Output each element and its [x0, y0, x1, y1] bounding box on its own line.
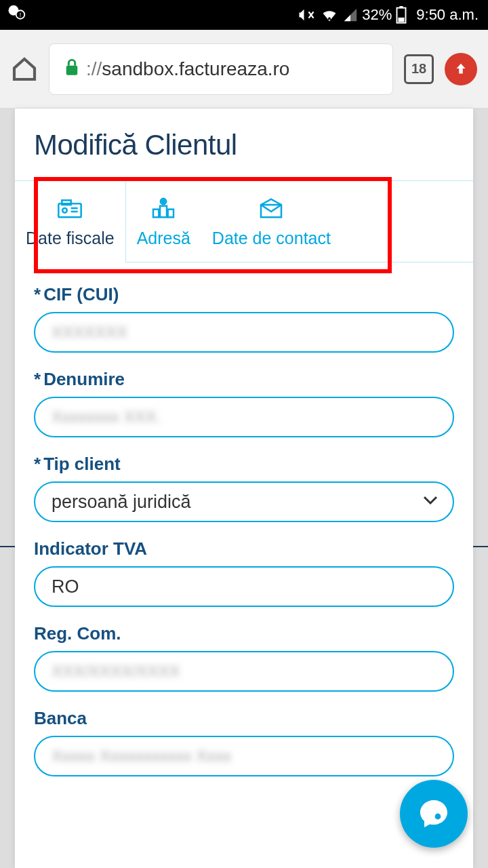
- tip-select[interactable]: persoană juridică: [34, 481, 454, 522]
- update-button[interactable]: [445, 53, 477, 85]
- denumire-input[interactable]: Xxxxxxxx XXX.: [34, 397, 454, 437]
- cif-label: *CIF (CUI): [34, 284, 454, 305]
- svg-rect-12: [153, 210, 159, 218]
- banca-input[interactable]: Xxxxx Xxxxxxxxxxx Xxxx: [34, 736, 454, 776]
- fiscal-form: *CIF (CUI) XXXXXXX *Denumire Xxxxxxxx XX…: [34, 262, 454, 776]
- chevron-down-icon: [423, 496, 438, 508]
- svg-rect-13: [160, 206, 167, 218]
- regcom-input[interactable]: XXX/XXXX/XXXX: [34, 651, 454, 692]
- svg-rect-5: [399, 18, 405, 22]
- tab-label: Adresă: [137, 229, 190, 248]
- battery-icon: [396, 6, 407, 24]
- field-cif: *CIF (CUI) XXXXXXX: [34, 284, 454, 353]
- svg-text:!: !: [20, 12, 21, 18]
- denumire-label: *Denumire: [34, 369, 454, 390]
- field-denumire: *Denumire Xxxxxxxx XXX.: [34, 369, 454, 437]
- vibrate-mute-icon: [297, 5, 316, 24]
- envelope-icon: [212, 193, 331, 223]
- form-card: Modifică Clientul Date fiscale Adresă Da: [15, 108, 473, 868]
- svg-point-16: [163, 200, 165, 202]
- tab-label: Date fiscale: [26, 229, 115, 248]
- tva-label: Indicator TVA: [34, 538, 454, 559]
- svg-point-18: [435, 814, 441, 820]
- tva-input[interactable]: RO: [34, 566, 454, 607]
- status-left: !: [7, 3, 27, 27]
- tab-date-fiscale[interactable]: Date fiscale: [15, 181, 126, 262]
- field-reg-com: Reg. Com. XXX/XXXX/XXXX: [34, 623, 454, 692]
- battery-pct: 32%: [362, 6, 392, 24]
- signal-icon: [343, 7, 358, 22]
- android-status-bar: ! 32% 9:50 a.m.: [0, 0, 488, 30]
- url-bar[interactable]: ://sandbox.factureaza.ro: [49, 43, 393, 95]
- svg-rect-6: [66, 65, 78, 75]
- cif-input[interactable]: XXXXXXX: [34, 312, 454, 353]
- wifi-icon: [320, 5, 339, 24]
- wechat-icon: !: [7, 3, 27, 27]
- lock-icon: [64, 58, 79, 80]
- field-tip-client: *Tip client persoană juridică: [34, 454, 454, 522]
- tabs-container: Date fiscale Adresă Date de contact: [15, 180, 473, 262]
- svg-rect-14: [168, 210, 174, 218]
- browser-toolbar: ://sandbox.factureaza.ro 18: [0, 30, 488, 108]
- chat-fab[interactable]: [400, 780, 468, 848]
- tab-label: Date de contact: [212, 229, 331, 248]
- tip-label: *Tip client: [34, 454, 454, 475]
- home-button[interactable]: [11, 56, 38, 83]
- regcom-label: Reg. Com.: [34, 623, 454, 644]
- tab-adresa[interactable]: Adresă: [126, 181, 201, 262]
- tab-switcher[interactable]: 18: [404, 54, 434, 84]
- field-indicator-tva: Indicator TVA RO: [34, 538, 454, 607]
- url-text: ://sandbox.factureaza.ro: [86, 58, 289, 80]
- chat-icon: [418, 797, 450, 830]
- page-title: Modifică Clientul: [34, 129, 454, 161]
- tab-date-contact[interactable]: Date de contact: [201, 181, 342, 262]
- banca-label: Banca: [34, 708, 454, 729]
- field-banca: Banca Xxxxx Xxxxxxxxxxx Xxxx: [34, 708, 454, 776]
- status-right: 32% 9:50 a.m.: [297, 5, 479, 24]
- building-pin-icon: [137, 193, 190, 223]
- clock-time: 9:50 a.m.: [416, 6, 479, 24]
- svg-rect-8: [62, 200, 71, 205]
- svg-point-9: [62, 208, 67, 213]
- id-card-icon: [26, 193, 115, 223]
